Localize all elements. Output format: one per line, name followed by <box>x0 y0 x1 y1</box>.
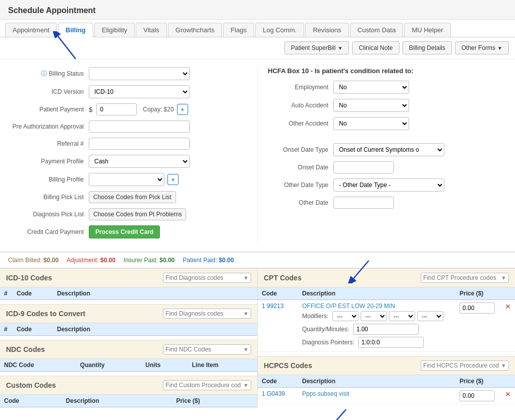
tab-revisions[interactable]: Revisions <box>305 23 349 37</box>
custom-section: Custom Codes ▼ Code Description Price ($… <box>0 376 257 407</box>
icd9-table: # Code Description <box>0 323 257 336</box>
icd10-dropdown-icon: ▼ <box>243 275 249 281</box>
hcpcs-col-desc: Description <box>298 375 455 388</box>
cpt-title: CPT Codes <box>264 274 302 282</box>
credit-card-row: Credit Card Payment Process Credit Card <box>8 225 247 238</box>
credit-card-label: Credit Card Payment <box>8 228 89 235</box>
billing-details-button[interactable]: Billing Details <box>403 41 452 54</box>
icd10-col-code: Code <box>13 287 53 300</box>
other-accident-row: Other Accident No <box>268 117 507 130</box>
process-credit-card-button[interactable]: Process Credit Card <box>89 225 160 238</box>
add-payment-button[interactable]: + <box>177 104 188 115</box>
other-date-type-label: Other Date Type <box>268 182 333 189</box>
hcpcs-delete-button-0[interactable]: ✕ <box>505 390 511 398</box>
billing-profile-select[interactable] <box>89 173 164 186</box>
other-date-row: Other Date <box>268 197 507 209</box>
other-accident-select[interactable]: No <box>333 117 409 130</box>
icd9-col-desc: Description <box>53 323 257 336</box>
hcpcs-desc-0[interactable]: Ppps subseq visit <box>302 390 349 397</box>
modifier-select-0-0[interactable]: --- <box>332 311 359 321</box>
hcpcs-row-0: 1 G0439 Ppps subseq visit ✕ <box>258 388 515 404</box>
icd-version-select[interactable]: ICD-10 <box>89 85 190 98</box>
hcpcs-price-input-0[interactable] <box>460 390 495 401</box>
payment-profile-select[interactable]: Cash <box>89 155 190 168</box>
tab-logcomm[interactable]: Log Comm. <box>255 23 304 37</box>
patient-payment-input[interactable] <box>96 103 137 115</box>
billing-status-select[interactable] <box>89 67 190 80</box>
cpt-delete-button-0[interactable]: ✕ <box>505 303 511 311</box>
hcpcs-code-link-0[interactable]: 1 G0439 <box>262 390 285 397</box>
cpt-desc-0[interactable]: OFFICE O/P EST LOW 20-29 MIN <box>302 303 395 310</box>
employment-select[interactable]: No <box>333 81 409 94</box>
action-bar: Patient SuperBill ▼ Clinical Note Billin… <box>0 37 515 59</box>
custom-col-code: Code <box>0 395 62 407</box>
cpt-price-input-0[interactable] <box>460 303 495 314</box>
clinical-note-button[interactable]: Clinical Note <box>352 41 399 54</box>
page-header: Schedule Appointment <box>0 0 515 20</box>
ndc-section: NDC Codes ▼ NDC Code Quantity Units Line… <box>0 340 257 372</box>
diagnosis-pointers-label: Diagnosis Pointers: <box>302 339 354 346</box>
auto-accident-select[interactable]: No <box>333 99 409 112</box>
icd9-col-code: Code <box>13 323 53 336</box>
icd-version-label: ICD Version <box>8 88 89 95</box>
cpt-code-link-0[interactable]: 1 99213 <box>262 303 283 310</box>
tab-appointment[interactable]: Appointment <box>5 23 57 37</box>
claim-billed-summary: Claim Billed: $0.00 <box>8 257 59 264</box>
tab-billing[interactable]: Billing <box>58 23 93 37</box>
other-date-input[interactable] <box>333 197 394 209</box>
icd9-dropdown-icon: ▼ <box>243 311 249 317</box>
ndc-dropdown-icon: ▼ <box>243 346 249 352</box>
icd9-find-input[interactable] <box>165 310 241 317</box>
modifier-select-0-1[interactable]: --- <box>361 311 387 321</box>
other-forms-button[interactable]: Other Forms ▼ <box>455 41 509 54</box>
billing-pick-list-button[interactable]: Choose Codes from Pick List <box>89 191 176 203</box>
add-billing-profile-button[interactable]: + <box>167 174 179 185</box>
cpt-header: CPT Codes ▼ <box>258 268 515 287</box>
hcpcs-col-code: Code <box>258 375 298 388</box>
cpt-find-input[interactable] <box>423 274 499 281</box>
other-forms-caret-icon: ▼ <box>497 45 502 51</box>
tab-flags[interactable]: Flags <box>223 23 254 37</box>
page-title: Schedule Appointment <box>8 6 96 15</box>
billing-right: HCFA Box 10 - Is patient's condition rel… <box>257 67 507 244</box>
cpt-diag-input-0[interactable] <box>358 337 424 348</box>
icd-version-row: ICD Version ICD-10 <box>8 85 247 98</box>
ndc-find-input[interactable] <box>165 346 241 353</box>
tab-muhelper[interactable]: MU Helper <box>404 23 450 37</box>
ndc-col-units: Units <box>141 359 188 372</box>
icd10-col-hash: # <box>0 287 13 300</box>
hcpcs-table: Code Description Price ($) 1 G0439 <box>258 375 515 404</box>
cpt-modifier-row-0: Modifiers: --- --- --- <box>302 310 451 323</box>
icd10-find-input[interactable] <box>165 274 241 281</box>
tab-eligibility[interactable]: Eligibility <box>94 23 135 37</box>
icd10-find-wrapper: ▼ <box>163 273 251 283</box>
onset-date-input[interactable] <box>333 161 394 173</box>
adjustment-summary: Adjustment: $0.00 <box>67 257 116 264</box>
tab-growthcharts[interactable]: Growthcharts <box>168 23 222 37</box>
cpt-qty-input-0[interactable] <box>353 324 419 335</box>
payment-profile-label: Payment Profile <box>8 158 89 165</box>
diagnosis-pick-list-button[interactable]: Choose Codes from Pt Problems <box>89 208 186 220</box>
other-date-type-row: Other Date Type - Other Date Type - <box>268 178 507 192</box>
auto-accident-label: Auto Accident <box>268 102 333 109</box>
referral-input[interactable] <box>89 138 190 150</box>
pre-auth-input[interactable] <box>89 121 190 133</box>
onset-date-type-select[interactable]: Onset of Current Symptoms o <box>333 143 444 156</box>
custom-find-wrapper: ▼ <box>163 380 251 390</box>
icd9-header: ICD-9 Codes to Convert ▼ <box>0 304 257 323</box>
tab-customdata[interactable]: Custom Data <box>350 23 404 37</box>
hcpcs-find-input[interactable] <box>423 362 499 369</box>
cpt-col-code: Code <box>258 287 298 300</box>
custom-col-desc: Description <box>62 395 173 407</box>
other-date-type-select[interactable]: - Other Date Type - <box>333 178 444 192</box>
modifier-select-0-2[interactable]: --- <box>389 311 415 321</box>
custom-table: Code Description Price ($) <box>0 395 257 407</box>
tab-vitals[interactable]: Vitals <box>136 23 167 37</box>
custom-find-input[interactable] <box>165 382 241 389</box>
modifier-select-0-3[interactable]: --- <box>417 311 443 321</box>
diagnosis-pick-list-row: Diagnosis Pick List Choose Codes from Pt… <box>8 208 247 220</box>
patient-superbill-button[interactable]: Patient SuperBill ▼ <box>284 41 350 54</box>
icd10-section: ICD-10 Codes ▼ # Code Description <box>0 268 257 300</box>
billing-status-help-icon[interactable]: ⓘ <box>41 70 47 77</box>
onset-date-label: Onset Date <box>268 164 333 171</box>
